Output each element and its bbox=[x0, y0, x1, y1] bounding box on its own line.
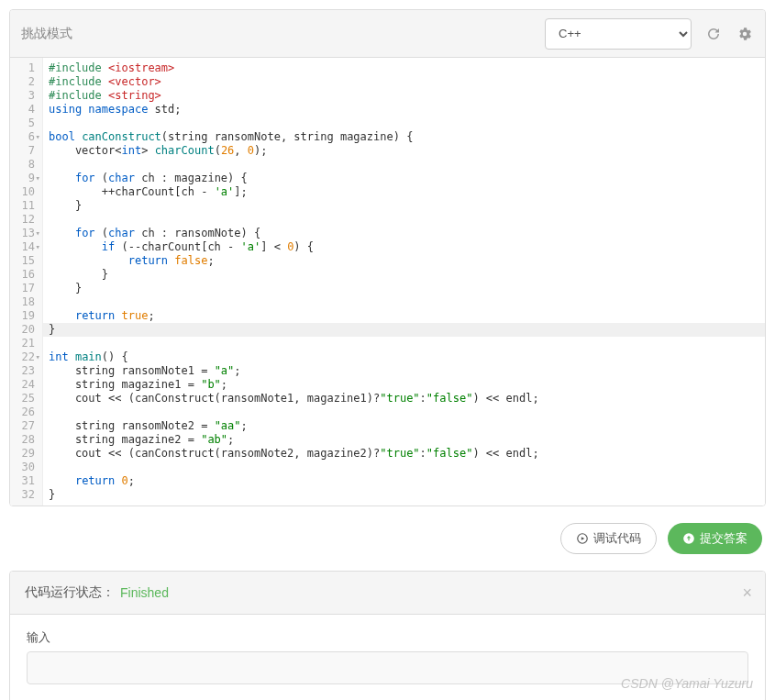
debug-button[interactable]: 调试代码 bbox=[560, 523, 657, 554]
language-select[interactable]: C++ bbox=[545, 18, 692, 50]
close-icon[interactable]: × bbox=[742, 583, 752, 603]
code-area[interactable]: #include <iostream>#include <vector>#inc… bbox=[43, 58, 765, 506]
status-label: 代码运行状态： bbox=[25, 584, 115, 601]
code-editor[interactable]: 1234567891011121314151617181920212223242… bbox=[10, 58, 765, 506]
input-well bbox=[27, 651, 748, 684]
editor-header: 挑战模式 C++ bbox=[10, 10, 765, 58]
refresh-icon[interactable] bbox=[704, 25, 723, 43]
action-bar: 调试代码 提交答案 bbox=[9, 523, 766, 554]
debug-label: 调试代码 bbox=[593, 530, 641, 547]
result-header: 代码运行状态： Finished × bbox=[10, 572, 765, 615]
submit-label: 提交答案 bbox=[700, 530, 747, 547]
status-value: Finished bbox=[120, 585, 169, 600]
input-label: 输入 bbox=[27, 629, 748, 646]
line-gutter: 1234567891011121314151617181920212223242… bbox=[10, 58, 43, 506]
result-panel: 代码运行状态： Finished × 输入 输出 false false 运行时… bbox=[9, 571, 766, 700]
result-body: 输入 输出 false false 运行时间：2ms bbox=[10, 615, 765, 700]
header-controls: C++ bbox=[545, 18, 754, 50]
gear-icon[interactable] bbox=[736, 25, 754, 43]
mode-title: 挑战模式 bbox=[21, 26, 545, 42]
play-circle-icon bbox=[576, 532, 589, 545]
submit-button[interactable]: 提交答案 bbox=[668, 523, 762, 554]
editor-panel: 挑战模式 C++ 1234567891011121314151617181920… bbox=[9, 9, 766, 506]
upload-icon bbox=[682, 532, 695, 545]
